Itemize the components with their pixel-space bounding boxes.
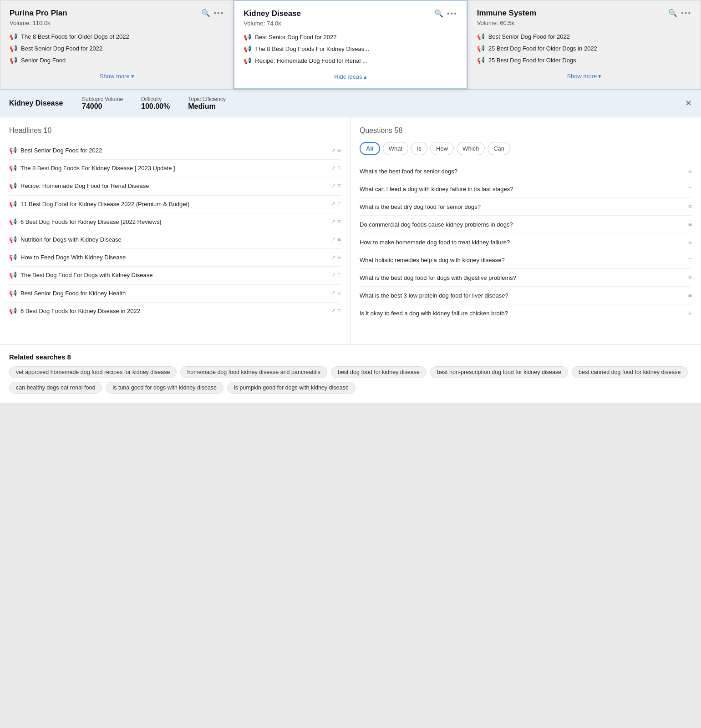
megaphone-green-icon: 📢	[477, 33, 485, 40]
external-link-icon[interactable]: ↗	[331, 290, 335, 296]
list-icon[interactable]: ≡	[688, 238, 692, 246]
headline-text: 6 Best Dog Foods for Kidney Disease in 2…	[20, 307, 140, 315]
question-filters: All What Is How Which Can	[360, 142, 692, 155]
list-icon[interactable]: ≡	[688, 309, 692, 317]
list-icon[interactable]: ≡	[337, 253, 341, 261]
question-item-0: What's the best food for senior dogs? ≡	[360, 162, 692, 180]
megaphone-blue-icon: 📢	[9, 218, 17, 225]
headline-item-3: 📢 11 Best Dog Food for Kidney Disease 20…	[9, 196, 341, 213]
list-icon[interactable]: ≡	[337, 289, 341, 297]
card-purina-actions: 🔍 •••	[201, 9, 224, 17]
filter-all[interactable]: All	[360, 142, 380, 155]
headlines-section: Headlines 10 📢 Best Senior Dog Food for …	[0, 117, 350, 344]
filter-is[interactable]: Is	[411, 142, 427, 155]
question-text: What can I feed a dog with kidney failur…	[360, 186, 688, 192]
list-icon[interactable]: ≡	[337, 147, 341, 154]
megaphone-gray-icon: 📢	[9, 253, 17, 261]
external-link-icon[interactable]: ↗	[331, 272, 335, 278]
card-immune-actions: 🔍 •••	[668, 9, 691, 17]
external-link-icon[interactable]: ↗	[331, 201, 335, 207]
card-purina-header: Purina Pro Plan 🔍 •••	[10, 9, 224, 18]
external-link-icon[interactable]: ↗	[331, 165, 335, 171]
related-tag-7[interactable]: is pumpkin good for dogs with kidney dis…	[227, 382, 356, 394]
close-button[interactable]: ✕	[685, 98, 692, 108]
headline-item-2: 📢 Recipe: Homemade Dog Food for Renal Di…	[9, 177, 341, 195]
card-immune-header: Immune System 🔍 •••	[477, 9, 691, 18]
list-icon[interactable]: ≡	[337, 164, 341, 172]
list-icon[interactable]: ≡	[337, 236, 341, 243]
headline-actions: ↗ ≡	[331, 147, 341, 154]
list-icon[interactable]: ≡	[337, 307, 341, 314]
list-icon[interactable]: ≡	[688, 292, 692, 299]
external-link-icon[interactable]: ↗	[331, 147, 335, 153]
show-more-button[interactable]: Show more ▾	[10, 70, 224, 82]
megaphone-gray-icon: 📢	[9, 236, 17, 243]
list-icon[interactable]: ≡	[337, 200, 341, 207]
item-text: 25 Best Dog Food for Older Dogs	[488, 57, 576, 64]
filter-can[interactable]: Can	[488, 142, 510, 155]
list-icon[interactable]: ≡	[337, 271, 341, 278]
card-purina: Purina Pro Plan 🔍 ••• Volume: 110.0k 📢 T…	[0, 0, 234, 89]
card-purina-items: 📢 The 8 Best Foods for Older Dogs of 202…	[10, 33, 224, 64]
card-kidney: Kidney Disease 🔍 ••• Volume: 74.0k 📢 Bes…	[234, 0, 467, 89]
related-tag-3[interactable]: best non-prescription dog food for kidne…	[430, 366, 568, 378]
external-link-icon[interactable]: ↗	[331, 183, 335, 189]
filter-which[interactable]: Which	[457, 142, 485, 155]
external-link-icon[interactable]: ↗	[331, 254, 335, 260]
list-icon[interactable]: ≡	[688, 203, 692, 210]
list-icon[interactable]: ≡	[337, 218, 341, 225]
search-icon[interactable]: 🔍	[201, 9, 210, 17]
difficulty-value: 100.00%	[141, 102, 170, 111]
search-icon[interactable]: 🔍	[668, 9, 677, 17]
headline-text: 11 Best Dog Food for Kidney Disease 2022…	[20, 200, 189, 208]
hide-ideas-button[interactable]: Hide ideas ▴	[244, 71, 457, 83]
list-icon[interactable]: ≡	[688, 274, 692, 281]
search-icon[interactable]: 🔍	[434, 9, 443, 18]
headline-actions: ↗ ≡	[331, 236, 341, 243]
external-link-icon[interactable]: ↗	[331, 236, 335, 242]
list-icon[interactable]: ≡	[688, 185, 692, 192]
megaphone-blue-icon: 📢	[244, 57, 251, 64]
related-tag-5[interactable]: can healthy dogs eat renal food	[9, 382, 102, 394]
list-icon[interactable]: ≡	[688, 221, 692, 228]
detail-difficulty-stat: Difficulty 100.00%	[141, 96, 170, 111]
list-icon[interactable]: ≡	[688, 256, 692, 263]
efficiency-value: Medium	[188, 102, 225, 111]
more-icon[interactable]: •••	[681, 9, 691, 17]
filter-how[interactable]: How	[430, 142, 454, 155]
related-tag-2[interactable]: best dog food for kidney disease	[331, 366, 427, 378]
filter-what[interactable]: What	[383, 142, 408, 155]
megaphone-blue-icon: 📢	[10, 45, 17, 52]
subtopic-label: Subtopic Volume	[82, 96, 123, 102]
questions-section: Questions 58 All What Is How Which Can W…	[350, 117, 701, 344]
related-tag-4[interactable]: best canned dog food for kidney disease	[572, 366, 687, 378]
card-immune-volume: Volume: 60.5k	[477, 20, 691, 26]
related-tag-1[interactable]: homemade dog food kidney disease and pan…	[180, 366, 327, 378]
item-text: 25 Best Dog Food for Older Dogs in 2022	[488, 45, 597, 52]
question-text: What is the best dog food for dogs with …	[360, 274, 688, 281]
related-section: Related searches 8 vet approved homemade…	[0, 344, 701, 403]
headline-text: The Best Dog Food For Dogs with Kidney D…	[20, 271, 152, 279]
more-icon[interactable]: •••	[447, 10, 457, 18]
headline-actions: ↗ ≡	[331, 271, 341, 278]
question-text: What is the best dry dog food for senior…	[360, 203, 688, 210]
list-icon[interactable]: ≡	[688, 167, 692, 175]
item-text: Best Senior Dog Food for 2022	[488, 33, 570, 40]
headlines-title: Headlines 10	[9, 126, 341, 135]
megaphone-blue-icon: 📢	[9, 182, 17, 189]
headline-text: Best Senior Dog Food for 2022	[20, 147, 102, 155]
item-text: Recipe: Homemade Dog Food for Renal ...	[255, 57, 367, 64]
megaphone-blue-icon: 📢	[244, 45, 251, 52]
megaphone-blue-icon: 📢	[9, 164, 17, 172]
item-text: The 8 Best Foods for Older Dogs of 2022	[21, 33, 129, 40]
more-icon[interactable]: •••	[214, 9, 224, 17]
headline-item-5: 📢 Nutrition for Dogs with Kidney Disease…	[9, 231, 341, 249]
related-tag-0[interactable]: vet approved homemade dog food recipes f…	[9, 366, 177, 378]
external-link-icon[interactable]: ↗	[331, 308, 335, 313]
list-icon[interactable]: ≡	[337, 182, 341, 189]
list-item: 📢 25 Best Dog Food for Older Dogs	[477, 56, 691, 64]
related-tag-6[interactable]: is tuna good for dogs with kidney diseas…	[106, 382, 224, 394]
show-more-button[interactable]: Show more ▾	[477, 70, 691, 82]
external-link-icon[interactable]: ↗	[331, 218, 335, 224]
megaphone-gray-icon: 📢	[9, 289, 17, 297]
